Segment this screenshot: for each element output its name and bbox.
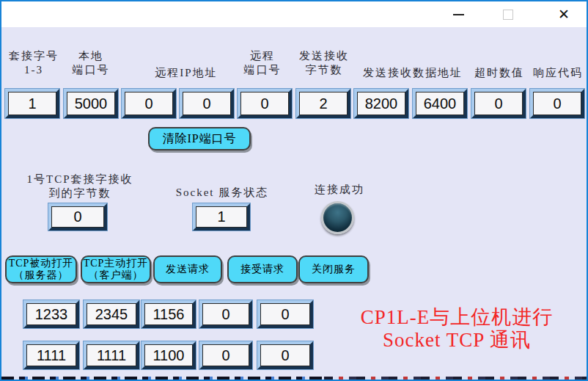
- field-local-port[interactable]: 5000: [64, 89, 118, 118]
- clipped-bottom-row-left: [1, 377, 324, 381]
- field-socket-no[interactable]: 1: [5, 89, 59, 118]
- field-remote-ip-2[interactable]: 0: [180, 89, 234, 118]
- field-remote-port[interactable]: 0: [238, 89, 292, 118]
- column-label-remote-ip: 远程IP地址: [135, 66, 238, 80]
- recv-bytes-label: 1号TCP套接字接收 到的字节数: [18, 173, 142, 200]
- data-b4[interactable]: 0: [199, 341, 252, 369]
- data-b2[interactable]: 1111: [84, 341, 139, 369]
- column-label-txrx-addr: 发送接收数据地址: [353, 66, 472, 80]
- column-label-local-port: 本地 端口号: [63, 49, 119, 77]
- banner-title: CP1L-E与上位机进行 Socket TCP 通讯: [330, 306, 584, 352]
- field-txrx-addr-1[interactable]: 8200: [354, 89, 408, 118]
- field-txrx-bytes[interactable]: 2: [296, 89, 350, 118]
- minimize-icon: [453, 14, 464, 15]
- field-resp-code[interactable]: 0: [530, 89, 584, 118]
- column-label-resp-code: 响应代码: [531, 66, 585, 80]
- data-a5[interactable]: 0: [257, 300, 313, 328]
- data-b3[interactable]: 1100: [142, 341, 196, 369]
- hmi-window: ✕ 套接字号 1-3 本地 端口号 远程IP地址 远程 端口号 发送接收 字节数…: [0, 0, 588, 381]
- column-label-socket-no: 套接字号 1-3: [6, 49, 62, 77]
- column-label-txrx-bytes: 发送接收 字节数: [292, 49, 356, 77]
- column-label-timeout: 超时数值: [472, 66, 526, 80]
- data-a4[interactable]: 0: [199, 300, 252, 328]
- field-timeout[interactable]: 0: [471, 89, 526, 118]
- data-b1[interactable]: 1111: [23, 341, 79, 369]
- field-remote-ip-1[interactable]: 0: [122, 89, 176, 118]
- column-label-remote-port: 远程 端口号: [235, 49, 290, 77]
- connection-led-indicator: [321, 201, 354, 234]
- socket-status-value[interactable]: 1: [193, 203, 250, 231]
- field-txrx-addr-2[interactable]: 6400: [413, 89, 467, 118]
- tcp-active-open-button[interactable]: TCP主动打开 （客户端）: [81, 255, 151, 283]
- send-request-button[interactable]: 发送请求: [153, 255, 222, 283]
- data-b5[interactable]: 0: [257, 341, 313, 369]
- tcp-passive-open-button[interactable]: TCP被动打开 （服务器）: [5, 255, 77, 283]
- close-service-button[interactable]: 关闭服务: [298, 255, 369, 283]
- close-icon: ✕: [558, 6, 570, 23]
- accept-request-button[interactable]: 接受请求: [227, 255, 298, 283]
- clear-ip-port-button[interactable]: 清除IP端口号: [148, 127, 251, 150]
- socket-status-label: Socket 服务状态: [167, 186, 277, 200]
- maximize-button[interactable]: [491, 1, 525, 27]
- data-a2[interactable]: 2345: [84, 300, 139, 328]
- data-a1[interactable]: 1233: [23, 300, 79, 328]
- clipped-bottom-row-right: [324, 377, 588, 381]
- maximize-icon: [503, 10, 513, 20]
- minimize-button[interactable]: [441, 1, 475, 27]
- recv-bytes-value[interactable]: 0: [48, 203, 107, 231]
- data-a3[interactable]: 1156: [142, 300, 196, 328]
- close-button[interactable]: ✕: [547, 1, 581, 27]
- title-bar: ✕: [1, 1, 587, 27]
- connection-label: 连接成功: [311, 183, 368, 197]
